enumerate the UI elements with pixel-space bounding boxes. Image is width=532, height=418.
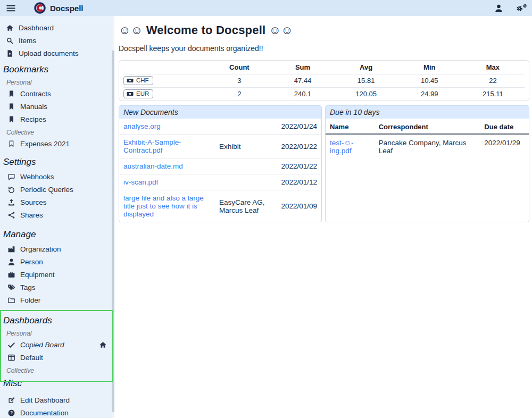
page-subtitle: Docspell keeps your documents organized!…	[119, 44, 529, 53]
sidebar-item-periodic-queries[interactable]: Periodic Queries	[0, 183, 114, 196]
currency-badge-eur: EUR	[123, 89, 153, 98]
document-link[interactable]: large file and also a large title just t…	[123, 194, 215, 218]
stat-value: 120.05	[335, 87, 398, 101]
stats-table: Count Sum Avg Min Max CHF 3 47.44 1	[123, 61, 525, 101]
question-circle-icon	[7, 409, 15, 417]
stats-header-sum: Sum	[271, 61, 334, 74]
sidebar-scrollbar[interactable]	[112, 16, 114, 418]
folder-icon	[7, 296, 15, 304]
table-row: test-☺-ing.pdf Pancake Company, Marcus L…	[326, 134, 529, 159]
briefcase-icon	[7, 271, 15, 279]
new-documents-panel: New Documents analyse.org 2022/01/24 Exh…	[119, 105, 322, 222]
file-upload-icon	[6, 49, 14, 57]
sidebar-item-tags[interactable]: Tags	[0, 281, 114, 294]
document-date: 2022/01/24	[277, 122, 317, 130]
document-date: 2022/01/22	[277, 162, 317, 170]
bookmark-icon	[7, 90, 15, 98]
stat-value: 15.81	[335, 74, 398, 87]
bookmarks-personal-label: Personal	[0, 78, 114, 87]
comment-icon	[7, 173, 15, 181]
sidebar-item-documentation[interactable]: Documentation	[0, 406, 114, 418]
stat-value: 215.11	[461, 87, 525, 101]
user-menu-icon[interactable]	[493, 2, 504, 14]
dashboards-collective-label: Collective	[0, 366, 114, 375]
stats-header-currency	[123, 61, 207, 74]
document-link[interactable]: test-☺-ing.pdf	[330, 139, 354, 155]
house-icon	[6, 24, 14, 32]
sidebar-item-edit-dashboard[interactable]: Edit Dashboard	[0, 394, 114, 406]
bookmark-expenses-2021[interactable]: Expenses 2021	[0, 137, 114, 150]
new-documents-title: New Documents	[119, 106, 321, 119]
stat-value: 47.44	[271, 74, 334, 87]
main-content: ☺☺ Welcome to Docspell ☺☺ Docspell keeps…	[114, 16, 532, 418]
due-header-name: Name	[326, 120, 375, 134]
industry-icon	[7, 245, 15, 253]
bookmarks-section-title: Bookmarks	[0, 64, 114, 76]
list-item: iv-scan.pdf 2022/01/12	[119, 174, 321, 190]
sidebar-item-folder[interactable]: Folder	[0, 294, 114, 306]
sidebar-item-default-dashboard[interactable]: Default	[0, 351, 114, 364]
due-table: Name Correspondent Due date test-☺-ing.p…	[326, 120, 529, 159]
sidebar-item-person[interactable]: Person	[0, 255, 114, 268]
sidebar-item-equipment[interactable]: Equipment	[0, 268, 114, 281]
list-item: Exhibit-A-Sample-Contract.pdf Exhibit 20…	[119, 135, 321, 158]
document-date: 2022/01/12	[277, 178, 317, 186]
sidebar-item-upload-documents[interactable]: Upload documents	[0, 47, 114, 60]
bookmarks-collective-label: Collective	[0, 128, 114, 137]
home-default-icon	[99, 341, 107, 349]
due-date: 2022/01/29	[480, 134, 529, 159]
document-link[interactable]: australian-date.md	[123, 162, 215, 170]
upload-icon	[7, 198, 15, 206]
bookmark-contracts[interactable]: Contracts	[0, 87, 114, 100]
stat-value: 10.45	[398, 74, 461, 87]
table-row: EUR 2 240.1 120.05 24.99 215.11	[123, 87, 525, 101]
settings-gears-icon[interactable]	[516, 2, 528, 14]
sidebar: Dasbhoard Items Upload documents Bookmar…	[0, 16, 114, 418]
app-logo[interactable]: Docspell	[34, 2, 84, 14]
document-date: 2022/01/09	[277, 202, 317, 210]
stats-header-row: Count Sum Avg Min Max	[123, 61, 525, 74]
sidebar-item-copied-board[interactable]: Copied Board	[0, 338, 114, 351]
sidebar-item-organization[interactable]: Organization	[0, 243, 114, 255]
columns-icon	[7, 354, 15, 362]
stat-value: 22	[461, 74, 525, 87]
document-date: 2022/01/22	[277, 143, 317, 151]
settings-section-title: Settings	[0, 156, 114, 168]
document-link[interactable]: iv-scan.pdf	[123, 178, 215, 186]
user-icon	[7, 258, 15, 266]
document-link[interactable]: analyse.org	[123, 122, 215, 130]
tags-icon	[7, 283, 15, 291]
sidebar-scrollbar-thumb[interactable]	[112, 51, 114, 412]
stats-header-count: Count	[207, 61, 271, 74]
stat-value: 2	[207, 87, 271, 101]
manage-section-title: Manage	[0, 229, 114, 240]
bookmark-icon	[7, 115, 15, 123]
topbar: Docspell	[0, 0, 532, 16]
currency-badge-chf: CHF	[123, 76, 153, 85]
due-correspondent: Pancake Company, Marcus Leaf	[375, 134, 480, 159]
menu-icon[interactable]	[4, 2, 17, 14]
sidebar-item-sources[interactable]: Sources	[0, 196, 114, 208]
sidebar-item-webhooks[interactable]: Webhooks	[0, 170, 114, 183]
sidebar-item-shares[interactable]: Shares	[0, 208, 114, 221]
list-item: analyse.org 2022/01/24	[119, 119, 321, 135]
edit-icon	[7, 396, 15, 404]
stat-value: 3	[207, 74, 271, 87]
list-item: australian-date.md 2022/01/22	[119, 158, 321, 174]
sidebar-item-dashboard[interactable]: Dasbhoard	[0, 21, 114, 34]
sidebar-item-items[interactable]: Items	[0, 34, 114, 47]
bookmark-manuals[interactable]: Manuals	[0, 100, 114, 113]
stats-header-max: Max	[461, 61, 525, 74]
stats-header-avg: Avg	[335, 61, 398, 74]
app-title: Docspell	[50, 4, 84, 13]
bookmark-recipes[interactable]: Recipes	[0, 113, 114, 126]
money-icon	[127, 90, 134, 97]
due-header-row: Name Correspondent Due date	[326, 120, 529, 134]
misc-section-title: Misc	[0, 378, 114, 389]
list-item: large file and also a large title just t…	[119, 190, 321, 222]
search-icon	[6, 37, 14, 45]
document-link[interactable]: Exhibit-A-Sample-Contract.pdf	[123, 138, 215, 154]
due-header-correspondent: Correspondent	[375, 120, 480, 134]
stat-value: 24.99	[398, 87, 461, 101]
bookmark-icon	[7, 103, 15, 111]
